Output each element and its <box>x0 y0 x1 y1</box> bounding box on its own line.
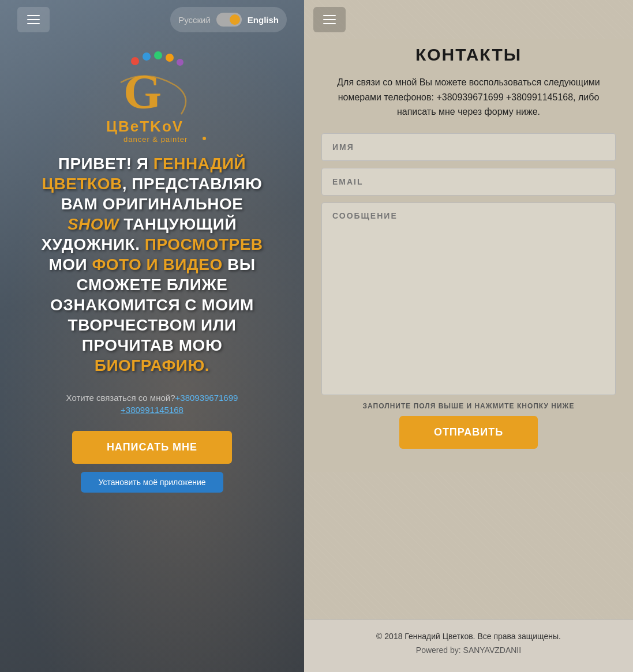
message-textarea[interactable] <box>332 211 605 384</box>
svg-point-0 <box>131 57 139 65</box>
contacts-description: Для связи со мной Вы можете воспользоват… <box>321 75 616 119</box>
submit-button[interactable]: ОТПРАВИТЬ <box>399 416 538 449</box>
contact-line: Хотите связаться со мной?+380939671699 +… <box>66 393 238 415</box>
hamburger-line <box>27 15 40 16</box>
hero-dancing: ТАНЦУЮЩИЙ <box>119 215 237 233</box>
footer-powered-by: Powered by: SANYAVZDANII <box>321 645 616 655</box>
russian-language-label: Русский <box>178 15 211 25</box>
right-hamburger-button[interactable] <box>313 7 346 32</box>
english-language-label: English <box>248 15 279 25</box>
hero-my: МОИ <box>48 256 92 273</box>
hero-surname: ЦВЕТКОВ <box>42 175 122 193</box>
svg-point-3 <box>166 54 174 62</box>
left-top-bar: Русский English <box>17 0 287 39</box>
svg-point-2 <box>154 51 162 59</box>
hero-you: ВЫ <box>223 256 256 273</box>
contacts-title: КОНТАКТЫ <box>321 45 616 65</box>
hamburger-line <box>27 23 40 24</box>
hamburger-line <box>323 19 336 20</box>
footer-copyright: © 2018 Геннадий Цветков. Все права защищ… <box>321 632 616 641</box>
name-field-container <box>321 133 616 161</box>
hero-reading: ПРОЧИТАВ МОЮ <box>41 335 263 355</box>
hero-line-greeting: ПРИВЕТ! Я <box>58 155 153 172</box>
hero-bio: БИОГРАФИЮ. <box>95 356 209 374</box>
hero-prosmotr: ПРОСМОТРЕВ <box>145 235 263 253</box>
left-panel: Русский English G ЦBeTKoV dancer & paint… <box>0 0 304 672</box>
email-input[interactable] <box>332 177 605 186</box>
hamburger-line <box>323 15 336 16</box>
hero-photo-video: ФОТО И ВИДЕО <box>92 256 222 273</box>
svg-text:G: G <box>123 65 162 119</box>
hero-intro: , ПРЕДСТАВЛЯЮ <box>122 175 263 193</box>
logo-svg: G ЦBeTKoV dancer & painter <box>89 51 216 143</box>
phone2-link[interactable]: +380991145168 <box>66 405 238 415</box>
hamburger-line <box>323 23 336 24</box>
form-hint: ЗАПОЛНИТЕ ПОЛЯ ВЫШЕ И НАЖМИТЕ КНОПКУ НИЖ… <box>321 402 616 410</box>
email-field-container <box>321 168 616 196</box>
hero-closer: СМОЖЕТЕ БЛИЖЕ <box>41 275 263 295</box>
install-app-button[interactable]: Установить моё приложение <box>81 472 223 493</box>
svg-text:dancer & painter: dancer & painter <box>123 135 188 143</box>
hero-show: SHOW <box>68 215 119 233</box>
contacts-section: КОНТАКТЫ Для связи со мной Вы можете вос… <box>304 39 633 472</box>
right-content: КОНТАКТЫ Для связи со мной Вы можете вос… <box>304 0 633 672</box>
hero-creativity: ТВОРЧЕСТВОМ ИЛИ <box>41 315 263 335</box>
hero-acquaint: ОЗНАКОМИТСЯ С МОИМ <box>41 295 263 315</box>
contact-question: Хотите связаться со мной? <box>66 393 175 403</box>
name-input[interactable] <box>332 142 605 152</box>
right-panel: КОНТАКТЫ Для связи со мной Вы можете вос… <box>304 0 633 672</box>
hero-name: ГЕННАДИЙ <box>153 155 246 172</box>
right-top-bar <box>304 0 633 39</box>
logo-area: G ЦBeTKoV dancer & painter <box>89 51 216 143</box>
hero-artist: ХУДОЖНИК. ПРОСМОТРЕВ <box>41 234 263 254</box>
language-switch[interactable] <box>216 13 242 27</box>
svg-point-8 <box>203 137 206 140</box>
hamburger-line <box>27 19 40 20</box>
language-toggle[interactable]: Русский English <box>170 7 287 32</box>
hero-line-original: ВАМ ОРИГИНАЛЬНОЕ <box>41 194 263 214</box>
write-me-button[interactable]: НАПИСАТЬ МНЕ <box>72 431 232 464</box>
left-hamburger-button[interactable] <box>17 7 50 32</box>
footer-section: © 2018 Геннадий Цветков. Все права защищ… <box>304 620 633 672</box>
phone1-link[interactable]: +380939671699 <box>175 393 238 403</box>
svg-point-4 <box>177 59 183 66</box>
svg-text:ЦBeTKoV: ЦBeTKoV <box>106 118 183 135</box>
message-field-container <box>321 202 616 395</box>
hero-text-block: ПРИВЕТ! Я ГЕННАДИЙ ЦВЕТКОВ, ПРЕДСТАВЛЯЮ … <box>41 153 263 376</box>
svg-point-1 <box>143 52 151 61</box>
